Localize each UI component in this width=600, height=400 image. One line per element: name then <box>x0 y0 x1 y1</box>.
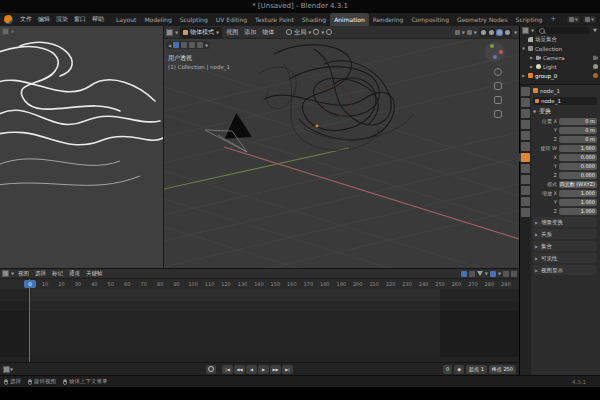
blender-logo-icon[interactable] <box>4 15 13 24</box>
hide-channels-toggle-icon[interactable] <box>469 271 475 277</box>
zoom-icon[interactable] <box>494 68 502 76</box>
toggle-perspective-icon[interactable] <box>494 110 502 118</box>
display-mode-icon[interactable] <box>490 271 496 277</box>
keying-set-button[interactable]: ◆ <box>454 365 464 374</box>
workspace-tab[interactable]: Scripting <box>512 13 547 26</box>
playhead-frame-badge[interactable]: 0 <box>24 280 36 288</box>
row-trailing-icon[interactable] <box>593 64 598 69</box>
transport-button-play[interactable]: ▶ <box>258 365 269 374</box>
gizmo-z-axis-dot[interactable] <box>493 55 497 59</box>
dope-sheet-menu[interactable]: 视图 <box>16 270 31 277</box>
properties-tab-scene[interactable] <box>521 131 530 140</box>
playhead-line[interactable] <box>29 279 30 363</box>
workspace-tab[interactable]: Shading <box>298 13 330 26</box>
camera-view-icon[interactable] <box>494 96 502 104</box>
value-field[interactable]: 1.000 <box>559 190 597 197</box>
expand-caret-icon[interactable]: ▼ <box>522 46 526 51</box>
properties-tab-modifiers[interactable] <box>521 164 530 173</box>
properties-tab-physics[interactable] <box>521 186 530 195</box>
outliner-search-input[interactable] <box>536 27 590 34</box>
dope-sheet-menu[interactable]: 通道 <box>67 270 82 277</box>
shading-wireframe-button[interactable] <box>480 29 487 36</box>
properties-tab-output[interactable] <box>521 109 530 118</box>
outliner-row[interactable]: ▶ Camera <box>520 53 600 62</box>
cursor-tool-icon[interactable] <box>181 42 187 48</box>
outliner-row[interactable]: 场景集合 <box>520 35 600 44</box>
editor-type-icon[interactable] <box>3 366 10 373</box>
dope-sheet-menu[interactable]: 标记 <box>50 270 65 277</box>
properties-tab-tool[interactable] <box>521 87 530 96</box>
shading-solid-button[interactable] <box>488 29 495 36</box>
filter-icon[interactable] <box>477 271 483 276</box>
navigation-gizmo[interactable] <box>485 42 505 62</box>
collapsed-panel[interactable]: ▶ 视图显示 <box>533 265 597 275</box>
properties-tab-view-layer[interactable] <box>521 120 530 129</box>
editor-type-icon[interactable] <box>2 270 9 277</box>
workspace-tab[interactable]: Geometry Nodes <box>453 13 512 26</box>
gizmo-x-axis-dot[interactable] <box>499 50 503 54</box>
topbar-menu[interactable]: 渲染 <box>53 15 71 24</box>
outliner-row[interactable]: ▶ group_0 <box>520 71 600 80</box>
move-tool-icon[interactable] <box>189 42 195 48</box>
workspace-tab[interactable]: Animation <box>330 13 369 26</box>
value-field[interactable]: 四元数 (WXYZ) <box>559 181 597 188</box>
viewport-menu[interactable]: 添加 <box>242 28 258 37</box>
outliner-row[interactable]: ▼ Collection <box>520 44 600 53</box>
frame-end-field[interactable]: 终点 250 <box>489 365 516 374</box>
secondary-viewport[interactable]: ▼ <box>0 26 164 268</box>
workspace-tab[interactable]: Modeling <box>140 13 175 26</box>
topbar-menu[interactable]: 编辑 <box>35 15 53 24</box>
properties-tab-particles[interactable] <box>521 175 530 184</box>
expand-caret-icon[interactable]: ▶ <box>522 73 526 78</box>
editor-type-icon[interactable] <box>166 29 173 36</box>
current-frame-field[interactable]: 0 <box>443 365 452 374</box>
outliner-row[interactable]: ▶ Light <box>520 62 600 71</box>
main-viewport[interactable]: ▼ 物体模式 ▼ 视图 添加 物体 全局 ▼ ▼ <box>164 26 519 268</box>
object-name-field[interactable]: node_1 <box>533 97 597 105</box>
row-trailing-icon[interactable] <box>593 37 598 42</box>
shading-material-button[interactable] <box>496 29 503 36</box>
workspace-tab[interactable]: Layout <box>112 13 140 26</box>
view-layer-selector[interactable]: ▼ <box>583 16 596 23</box>
transform-orientation[interactable]: 全局 ▼ ▼ <box>286 28 332 37</box>
topbar-menu[interactable]: 帮助 <box>89 15 107 24</box>
topbar-menu[interactable]: 窗口 <box>71 15 89 24</box>
properties-tab-constraints[interactable] <box>521 197 530 206</box>
collapsed-panel[interactable]: ▶ 关系 <box>533 229 597 239</box>
proportional-edit-icon[interactable] <box>326 29 332 35</box>
filter-icon[interactable] <box>593 29 597 33</box>
properties-tab-render[interactable] <box>521 98 530 107</box>
snap-magnet-icon[interactable] <box>313 29 319 35</box>
properties-tab-object[interactable] <box>521 153 530 162</box>
proportional-edit-icon[interactable] <box>511 271 517 277</box>
workspace-tab[interactable]: UV Editing <box>212 13 251 26</box>
viewport-menu[interactable]: 物体 <box>260 28 276 37</box>
overlays-toggle-icon[interactable] <box>467 30 472 35</box>
transport-button-next-keyframe[interactable]: ▶▶ <box>270 365 281 374</box>
move-view-icon[interactable] <box>494 82 502 90</box>
frame-start-field[interactable]: 起点 1 <box>466 365 487 374</box>
select-box-tool-icon[interactable] <box>173 42 179 48</box>
topbar-menu[interactable]: 文件 <box>17 15 35 24</box>
value-field[interactable]: 0.000 <box>559 163 597 170</box>
row-trailing-icon[interactable] <box>593 55 598 60</box>
value-field[interactable]: 0.000 <box>559 172 597 179</box>
value-field[interactable]: 0.000 <box>559 154 597 161</box>
editor-type-icon[interactable] <box>2 28 9 35</box>
dope-sheet-menu[interactable]: 关键帧 <box>84 270 105 277</box>
workspace-tab[interactable]: Sculpting <box>176 13 212 26</box>
snapping-icon[interactable] <box>503 271 509 277</box>
properties-tab-data[interactable] <box>521 208 530 217</box>
transport-button-jump-to-end[interactable]: ▶| <box>282 365 293 374</box>
dope-sheet[interactable]: ▼ 视图 选择 标记 通道 关键帧 ▼ ▼ <box>0 268 519 363</box>
dope-sheet-channels[interactable] <box>0 289 519 357</box>
row-trailing-icon[interactable] <box>593 46 598 51</box>
workspace-tab[interactable]: Texture Paint <box>251 13 298 26</box>
transform-panel-header[interactable]: ▼ 变换 <box>533 107 597 116</box>
rotate-tool-icon[interactable] <box>197 42 203 48</box>
value-field[interactable]: 0 m <box>559 136 597 143</box>
properties-tab-world[interactable] <box>521 142 530 151</box>
auto-key-button[interactable] <box>206 365 216 374</box>
collapsed-panel[interactable]: ▶ 增量变换 <box>533 217 597 227</box>
shading-rendered-button[interactable] <box>504 29 511 36</box>
